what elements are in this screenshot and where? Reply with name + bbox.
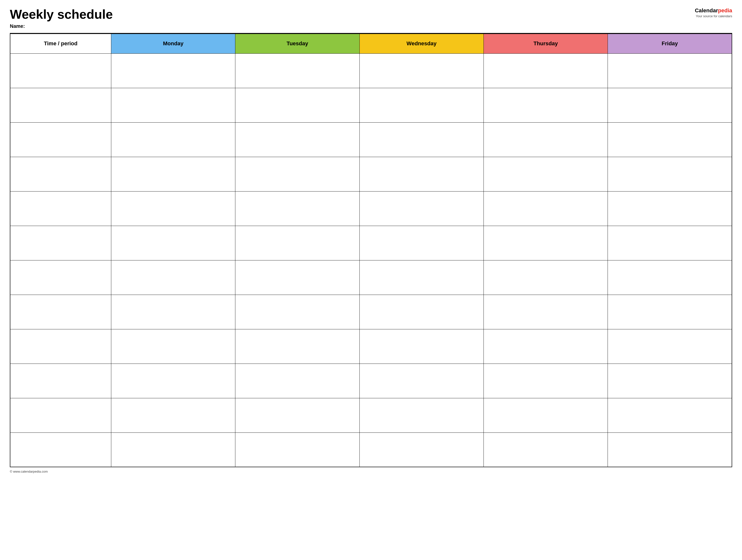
logo-pedia: pedia	[718, 7, 732, 13]
table-cell[interactable]	[360, 329, 483, 363]
table-cell[interactable]	[235, 295, 360, 329]
table-cell[interactable]	[608, 433, 732, 467]
table-cell[interactable]	[608, 226, 732, 260]
table-cell[interactable]	[483, 122, 607, 157]
table-cell[interactable]	[360, 226, 483, 260]
header-row: Time / period Monday Tuesday Wednesday T…	[10, 34, 732, 53]
table-cell[interactable]	[360, 295, 483, 329]
header: Weekly schedule Calendarpedia Your sourc…	[10, 7, 732, 21]
table-cell[interactable]	[235, 191, 360, 226]
logo-calendar: Calendar	[695, 7, 718, 13]
table-cell[interactable]	[235, 398, 360, 433]
table-cell[interactable]	[483, 329, 607, 363]
table-cell[interactable]	[235, 122, 360, 157]
table-row	[10, 433, 732, 467]
title-area: Weekly schedule	[10, 7, 683, 21]
table-cell[interactable]	[608, 363, 732, 398]
table-cell[interactable]	[235, 329, 360, 363]
table-row	[10, 260, 732, 295]
table-cell[interactable]	[235, 433, 360, 467]
table-cell[interactable]	[608, 88, 732, 122]
col-header-friday: Friday	[608, 34, 732, 53]
table-cell[interactable]	[483, 363, 607, 398]
table-cell[interactable]	[608, 157, 732, 191]
col-header-tuesday: Tuesday	[235, 34, 360, 53]
table-cell[interactable]	[360, 157, 483, 191]
table-cell[interactable]	[10, 260, 111, 295]
table-cell[interactable]	[483, 260, 607, 295]
table-row	[10, 191, 732, 226]
table-cell[interactable]	[483, 88, 607, 122]
table-row	[10, 53, 732, 88]
table-cell[interactable]	[111, 260, 235, 295]
table-row	[10, 122, 732, 157]
table-cell[interactable]	[235, 88, 360, 122]
table-cell[interactable]	[483, 398, 607, 433]
table-cell[interactable]	[10, 53, 111, 88]
table-cell[interactable]	[235, 260, 360, 295]
schedule-table: Time / period Monday Tuesday Wednesday T…	[10, 34, 732, 467]
footer-url: © www.calendarpedia.com	[10, 470, 48, 473]
col-header-monday: Monday	[111, 34, 235, 53]
table-cell[interactable]	[10, 226, 111, 260]
table-cell[interactable]	[10, 295, 111, 329]
table-cell[interactable]	[111, 122, 235, 157]
table-cell[interactable]	[360, 191, 483, 226]
table-cell[interactable]	[608, 295, 732, 329]
logo-tagline: Your source for calendars	[683, 14, 732, 18]
table-cell[interactable]	[111, 398, 235, 433]
logo-text: Calendarpedia	[683, 7, 732, 14]
table-cell[interactable]	[10, 398, 111, 433]
table-cell[interactable]	[608, 53, 732, 88]
table-cell[interactable]	[111, 191, 235, 226]
table-cell[interactable]	[10, 88, 111, 122]
table-row	[10, 329, 732, 363]
table-cell[interactable]	[483, 295, 607, 329]
table-cell[interactable]	[483, 226, 607, 260]
table-cell[interactable]	[111, 53, 235, 88]
table-cell[interactable]	[360, 122, 483, 157]
table-cell[interactable]	[111, 88, 235, 122]
table-cell[interactable]	[360, 433, 483, 467]
schedule-body	[10, 53, 732, 467]
name-label: Name:	[10, 23, 732, 29]
table-cell[interactable]	[483, 191, 607, 226]
table-cell[interactable]	[111, 157, 235, 191]
table-cell[interactable]	[10, 122, 111, 157]
table-cell[interactable]	[10, 157, 111, 191]
logo-area: Calendarpedia Your source for calendars	[683, 7, 732, 18]
table-cell[interactable]	[360, 363, 483, 398]
table-cell[interactable]	[360, 88, 483, 122]
table-cell[interactable]	[111, 295, 235, 329]
table-cell[interactable]	[608, 122, 732, 157]
table-row	[10, 295, 732, 329]
table-cell[interactable]	[235, 53, 360, 88]
table-row	[10, 398, 732, 433]
table-cell[interactable]	[10, 329, 111, 363]
table-cell[interactable]	[10, 191, 111, 226]
table-cell[interactable]	[111, 226, 235, 260]
table-cell[interactable]	[360, 260, 483, 295]
table-cell[interactable]	[483, 53, 607, 88]
table-cell[interactable]	[235, 363, 360, 398]
table-cell[interactable]	[608, 260, 732, 295]
table-cell[interactable]	[483, 433, 607, 467]
table-cell[interactable]	[10, 363, 111, 398]
table-cell[interactable]	[235, 157, 360, 191]
table-cell[interactable]	[111, 329, 235, 363]
table-row	[10, 157, 732, 191]
table-cell[interactable]	[483, 157, 607, 191]
table-cell[interactable]	[111, 363, 235, 398]
table-cell[interactable]	[608, 398, 732, 433]
table-cell[interactable]	[608, 329, 732, 363]
table-cell[interactable]	[608, 191, 732, 226]
table-cell[interactable]	[235, 226, 360, 260]
table-row	[10, 363, 732, 398]
table-cell[interactable]	[10, 433, 111, 467]
table-cell[interactable]	[111, 433, 235, 467]
col-header-thursday: Thursday	[483, 34, 607, 53]
table-cell[interactable]	[360, 398, 483, 433]
table-cell[interactable]	[360, 53, 483, 88]
footer: © www.calendarpedia.com	[10, 470, 732, 473]
page-title: Weekly schedule	[10, 7, 683, 21]
